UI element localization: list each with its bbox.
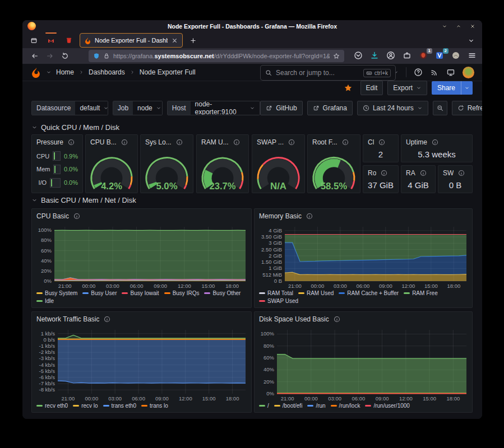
nav-chevron-icon[interactable] [46,69,52,75]
panel-cpu-busy-gauge[interactable]: CPU B... 4.2% [85,134,138,193]
share-menu-button[interactable] [461,81,473,95]
account-button[interactable] [386,51,396,61]
legend-item[interactable]: /boot/efi [274,403,303,409]
breadcrumb-home[interactable]: Home [56,68,74,76]
panel-info-icon[interactable] [68,139,75,146]
panel-cpu-basic[interactable]: CPU Basic 100%80%60%40%20%0%21:0000:0003… [31,208,252,308]
refresh-button[interactable]: Refresh1m [452,101,482,115]
panel-swap-total[interactable]: SW 0 B [438,165,473,193]
panel-info-icon[interactable] [378,139,385,146]
extensions-button[interactable] [403,51,413,61]
panel-info-icon[interactable] [342,139,349,146]
display-icon[interactable] [446,68,455,77]
legend-item[interactable]: Busy IRQs [164,290,200,296]
legend-item[interactable]: trans lo [141,403,168,409]
datasource-picker[interactable]: Datasource default [31,101,108,115]
grafana-logo-icon[interactable] [30,67,41,78]
menu-button[interactable] [468,51,478,61]
export-button[interactable]: Export [387,81,427,95]
window-titlebar[interactable]: Node Exporter Full - Dashboards - Grafan… [22,20,482,32]
panel-info-icon[interactable] [121,139,128,146]
legend-item[interactable]: recv eth0 [36,403,68,409]
legend-item[interactable]: Busy Other [204,290,241,296]
share-button[interactable]: Share [432,81,473,95]
close-window-icon[interactable] [470,24,475,29]
legend-item[interactable]: RAM Used [298,290,334,296]
panel-info-icon[interactable] [176,139,183,146]
legend-item[interactable]: trans eth0 [103,403,136,409]
forward-button[interactable] [44,50,56,62]
url-bar[interactable]: https://grafana.systemsobscure.net/d/rYd… [89,50,344,62]
legend-item[interactable]: Idle [36,298,54,304]
pocket-button[interactable] [354,51,364,61]
grafana-link-button[interactable]: Grafana [307,101,353,115]
panel-info-icon[interactable] [104,316,110,323]
panel-ram-total[interactable]: RA 4 GiB [401,165,436,193]
panel-info-icon[interactable] [420,170,427,176]
panel-ram-used-gauge[interactable]: RAM U... 23.7% [196,134,249,193]
chart-plot-area[interactable]: 100%80%60%40%20%0%21:0000:0003:0006:0009… [256,326,470,402]
legend-item[interactable]: /run/user/1000 [365,403,410,409]
panel-root-fs-gauge[interactable]: Root F... 58.5% [307,134,360,193]
legend-item[interactable]: Busy User [82,290,117,296]
lock-icon[interactable] [103,53,110,59]
active-tab[interactable]: Node Exporter Full - Dashbo [80,33,183,48]
panel-network-traffic-basic[interactable]: Network Traffic Basic 1 kb/s0 b/s-1 kb/s… [31,311,252,413]
legend-item[interactable]: Busy Iowait [122,290,159,296]
bookmark-star-icon[interactable] [333,53,340,59]
tracking-shield-icon[interactable] [93,53,100,59]
favorite-star-icon[interactable] [344,83,353,92]
legend-item[interactable]: RAM Cache + Buffer [339,290,399,296]
news-icon[interactable] [430,68,439,77]
firefox-view-button[interactable] [27,34,40,46]
extension-3-button[interactable] [451,51,461,61]
help-icon[interactable] [414,68,423,77]
panel-cpu-cores[interactable]: Cl 2 [363,134,399,162]
maximize-button-icon[interactable] [456,24,461,29]
time-range-picker[interactable]: Last 24 hours [357,101,428,115]
list-all-tabs-button[interactable] [464,34,478,46]
panel-pressure[interactable]: Pressure CPU0.9%Mem0.0%I/O0.0% [31,134,83,193]
legend-item[interactable]: SWAP Used [259,298,298,304]
github-link-button[interactable]: GitHub [260,101,302,115]
panel-info-icon[interactable] [73,213,80,220]
panel-swap-used-gauge[interactable]: SWAP ... N/A [252,134,305,193]
avatar[interactable] [463,67,474,78]
panel-info-icon[interactable] [306,213,313,220]
host-picker[interactable]: Host node-exporter:9100 [167,101,260,115]
panel-sys-load-gauge[interactable]: Sys Lo... 5.0% [140,134,193,193]
reload-button[interactable] [59,50,71,62]
edit-button[interactable]: Edit [360,81,383,95]
legend-item[interactable]: /run [307,403,325,409]
legend-item[interactable]: /run/lock [331,403,360,409]
extension-2-button[interactable]: 2 [435,51,445,61]
panel-info-icon[interactable] [233,139,240,146]
section-basic-cpu-mem-net-disk[interactable]: Basic CPU / Mem / Net / Disk [31,196,136,204]
legend-item[interactable]: RAM Total [259,290,293,296]
section-quick-cpu-mem-disk[interactable]: Quick CPU / Mem / Disk [31,123,119,132]
legend-item[interactable]: RAM Free [404,290,438,296]
search-input[interactable]: Search or jump to... ctrl+k [260,65,396,81]
back-button[interactable] [29,50,40,62]
pinned-tab-gmail[interactable] [44,34,58,46]
breadcrumb-dashboards[interactable]: Dashboards [89,68,125,76]
chart-plot-area[interactable]: 1 kb/s0 b/s-1 kb/s-2 kb/s-3 kb/s-4 kb/s-… [33,326,249,402]
legend-item[interactable]: / [259,403,269,409]
extension-1-button[interactable]: 1 [419,51,429,61]
panel-info-icon[interactable] [458,170,465,176]
zoom-out-button[interactable] [433,101,447,115]
chart-plot-area[interactable]: 4 GiB3.50 GiB3 GiB2.50 GiB2 GiB1.50 GiB1… [256,223,470,290]
close-tab-icon[interactable] [171,37,178,44]
new-tab-button[interactable] [186,34,200,46]
panel-info-icon[interactable] [381,170,387,176]
panel-info-icon[interactable] [288,139,295,146]
panel-info-icon[interactable] [334,316,340,323]
panel-disk-space-used-basic[interactable]: Disk Space Used Basic 100%80%60%40%20%0%… [254,311,473,413]
chart-plot-area[interactable]: 100%80%60%40%20%0%21:0000:0003:0006:0009… [33,223,249,290]
panel-uptime[interactable]: Uptime 5.3 weeks [401,134,473,162]
panel-info-icon[interactable] [432,139,438,146]
minimize-button-icon[interactable] [442,24,447,29]
panel-rootfs-total[interactable]: Ro 37 GiB [363,165,399,193]
legend-item[interactable]: Busy System [36,290,77,296]
pinned-tab-2[interactable] [62,34,76,46]
